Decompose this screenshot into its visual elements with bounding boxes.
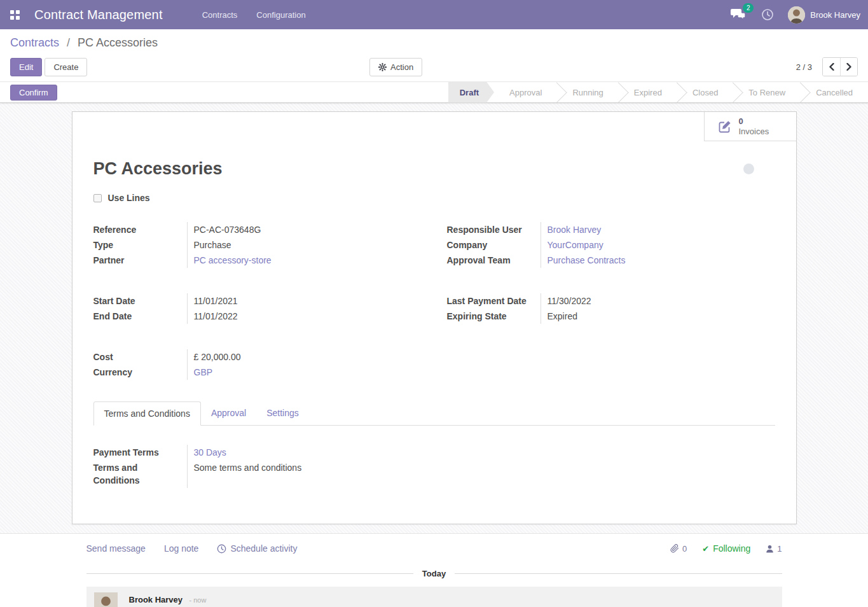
field-label-company: Company: [447, 237, 541, 253]
field-group-dates-left: Start Date 11/01/2021 End Date 11/01/202…: [93, 293, 422, 324]
confirm-button[interactable]: Confirm: [10, 85, 57, 101]
field-groups: Reference PC-AC-073648G Type Purchase Pa…: [93, 222, 775, 380]
field-label-end-date: End Date: [93, 309, 188, 324]
breadcrumb: Contracts / PC Accessories: [10, 36, 858, 50]
schedule-clock-icon: [217, 544, 226, 554]
gear-icon: [378, 63, 387, 71]
field-label-reference: Reference: [93, 222, 188, 237]
field-label-payment-terms: Payment Terms: [93, 445, 188, 460]
field-value-cost: £ 20,000.00: [188, 349, 422, 365]
menu-contracts[interactable]: Contracts: [202, 10, 238, 20]
activity-clock-icon[interactable]: [761, 8, 774, 21]
edit-note-icon: [717, 119, 733, 134]
field-group-dates-right: Last Payment Date 11/30/2022 Expiring St…: [447, 293, 775, 324]
field-group-terms: Payment Terms 30 Days Terms and Conditio…: [93, 445, 422, 488]
app-title: Contract Management: [34, 8, 163, 22]
followers-count: 1: [777, 544, 782, 554]
action-button[interactable]: Action: [369, 58, 422, 76]
use-lines-checkbox[interactable]: [93, 194, 102, 202]
edit-button[interactable]: Edit: [10, 58, 42, 76]
invoices-count: 0: [739, 116, 769, 127]
schedule-activity-button[interactable]: Schedule activity: [217, 543, 297, 554]
topbar: Contract Management Contracts Configurat…: [0, 0, 868, 29]
message-author[interactable]: Brook Harvey: [129, 595, 183, 604]
create-button[interactable]: Create: [45, 58, 87, 76]
breadcrumb-contracts-link[interactable]: Contracts: [10, 36, 59, 49]
following-toggle[interactable]: ✔ Following: [702, 543, 750, 554]
field-value-last-payment-date: 11/30/2022: [541, 293, 775, 309]
use-lines-label: Use Lines: [108, 193, 150, 203]
chevron-right-icon: [846, 63, 852, 71]
invoices-smart-button[interactable]: 0 Invoices: [704, 112, 796, 141]
activity-state-dot[interactable]: [743, 164, 754, 174]
topbar-right: 2 Brook Harvey: [731, 6, 860, 24]
attachments-button[interactable]: 0: [670, 544, 687, 554]
chatter: Send message Log note Schedule activity …: [0, 533, 868, 607]
field-value-currency-link[interactable]: GBP: [194, 367, 213, 377]
tab-content: Payment Terms 30 Days Terms and Conditio…: [93, 426, 422, 488]
field-value-responsible-user-link[interactable]: Brook Harvey: [548, 225, 602, 235]
field-label-last-payment-date: Last Payment Date: [447, 293, 541, 309]
status-stages: Draft Approval Running Expired Closed To…: [448, 82, 868, 103]
chatter-message: Brook Harvey - now Name: Travel Tickets …: [86, 587, 782, 607]
record-title: PC Accessories: [93, 159, 223, 179]
messages-icon[interactable]: 2: [731, 8, 747, 22]
check-icon: ✔: [702, 544, 709, 554]
field-label-currency: Currency: [93, 365, 188, 380]
control-panel-buttons: Edit Create Action 2 / 3: [10, 57, 858, 77]
field-value-reference: PC-AC-073648G: [188, 222, 422, 237]
field-value-type: Purchase: [188, 237, 422, 253]
field-label-type: Type: [93, 237, 188, 253]
field-label-cost: Cost: [93, 349, 188, 365]
tab-approval[interactable]: Approval: [201, 401, 256, 425]
pager-next-button[interactable]: [840, 58, 857, 76]
form-sheet: 0 Invoices PC Accessories Use Lines Refe…: [72, 111, 797, 524]
chatter-toolbar: Send message Log note Schedule activity …: [86, 543, 782, 554]
user-menu[interactable]: Brook Harvey: [788, 6, 860, 24]
person-icon: [766, 545, 774, 553]
attachments-count: 0: [682, 544, 687, 554]
field-value-approval-team-link[interactable]: Purchase Contracts: [548, 255, 626, 265]
field-value-end-date: 11/01/2022: [188, 309, 422, 324]
pager-previous-button[interactable]: [823, 58, 840, 76]
field-group-cost: Cost £ 20,000.00 Currency GBP: [93, 349, 422, 380]
menu-configuration[interactable]: Configuration: [256, 10, 305, 20]
user-avatar: [788, 6, 805, 24]
field-value-payment-terms-link[interactable]: 30 Days: [194, 447, 226, 457]
smart-button-box: 0 Invoices: [72, 112, 796, 141]
date-divider-label: Today: [413, 569, 455, 578]
message-avatar: [94, 592, 118, 607]
field-value-partner-link[interactable]: PC accessory-store: [194, 255, 272, 265]
breadcrumb-separator: /: [67, 36, 70, 49]
date-divider: Today: [86, 569, 782, 578]
field-label-approval-team: Approval Team: [447, 253, 541, 268]
field-group-general-right: Responsible User Brook Harvey Company Yo…: [447, 222, 775, 268]
field-value-start-date: 11/01/2021: [188, 293, 422, 309]
message-timestamp: - now: [189, 596, 207, 604]
messages-badge: 2: [743, 3, 754, 13]
log-note-button[interactable]: Log note: [164, 543, 199, 554]
apps-menu-icon[interactable]: [10, 10, 20, 20]
stage-draft[interactable]: Draft: [448, 82, 494, 103]
stage-approval[interactable]: Approval: [494, 82, 557, 103]
invoices-label: Invoices: [739, 127, 769, 137]
control-panel: Contracts / PC Accessories Edit Create A…: [0, 29, 868, 81]
field-label-partner: Partner: [93, 253, 188, 268]
field-value-expiring-state: Expired: [541, 309, 775, 324]
tab-settings[interactable]: Settings: [256, 401, 309, 425]
field-group-general-left: Reference PC-AC-073648G Type Purchase Pa…: [93, 222, 422, 268]
chevron-left-icon: [829, 63, 835, 71]
field-value-company-link[interactable]: YourCompany: [548, 240, 603, 250]
send-message-button[interactable]: Send message: [86, 543, 146, 554]
pager: 2 / 3: [796, 57, 858, 76]
field-label-responsible-user: Responsible User: [447, 222, 541, 237]
sheet-background: 0 Invoices PC Accessories Use Lines Refe…: [0, 103, 868, 533]
notebook-tabs: Terms and Conditions Approval Settings: [93, 401, 775, 426]
followers-button[interactable]: 1: [766, 544, 782, 554]
user-name: Brook Harvey: [810, 10, 860, 20]
top-menu: Contracts Configuration: [202, 10, 306, 20]
field-value-terms-and-conditions: Some terms and conditions: [188, 460, 422, 488]
field-label-expiring-state: Expiring State: [447, 309, 541, 324]
tab-terms-and-conditions[interactable]: Terms and Conditions: [93, 401, 201, 426]
breadcrumb-current: PC Accessories: [78, 36, 158, 49]
